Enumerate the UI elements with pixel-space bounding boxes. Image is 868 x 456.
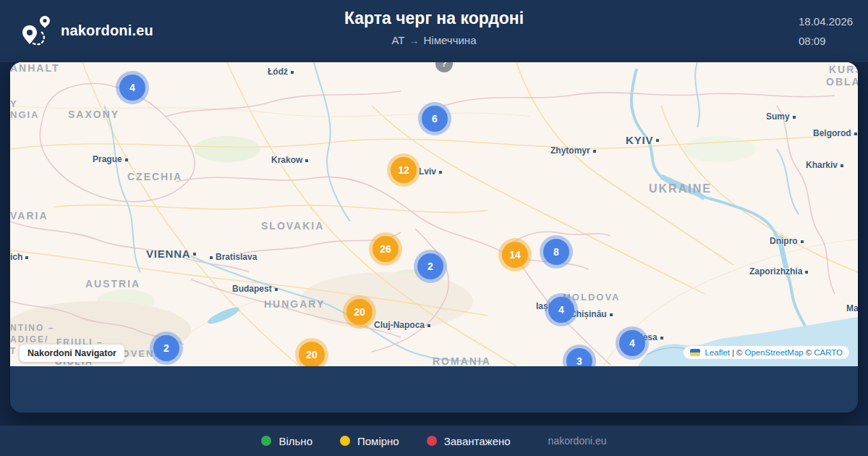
city-dot-icon	[25, 256, 28, 259]
city-label: VIENNA	[146, 248, 199, 260]
city-dot-icon	[439, 171, 442, 174]
queue-marker[interactable]: 4	[619, 330, 645, 356]
card-body	[10, 366, 858, 413]
legend-busy-label: Завантажено	[444, 435, 511, 447]
city-label: KYIV	[626, 134, 662, 146]
osm-link[interactable]: OpenStreetMap	[744, 348, 803, 357]
city-label: Chișinău	[570, 309, 616, 319]
queue-marker-count: 14	[509, 249, 521, 261]
queue-marker-count: 3	[576, 355, 582, 366]
queue-marker[interactable]: 8	[543, 239, 569, 265]
legend-moderate-dot-icon	[340, 436, 350, 446]
queue-marker[interactable]: 20	[299, 342, 325, 366]
city-dot-icon	[275, 288, 278, 291]
queue-marker[interactable]: ?	[435, 62, 453, 72]
time-label: 08:09	[799, 35, 853, 46]
copyright-symbol-2: ©	[806, 348, 812, 357]
header: nakordoni.eu Карта черг на кордоні АТ→Ні…	[0, 0, 868, 62]
queue-marker-count: 4	[129, 82, 135, 93]
route-to: Німеччина	[424, 34, 477, 46]
city-label-text: Ma	[846, 303, 858, 313]
city-label-text: Kharkiv	[806, 160, 838, 170]
city-label-text: Bratislava	[216, 252, 257, 262]
route-arrow-icon: →	[405, 35, 424, 46]
queue-marker[interactable]: 3	[566, 348, 592, 366]
region-label: VARIA	[10, 210, 48, 221]
city-label: Łódź	[268, 67, 297, 77]
page-title: Карта черг на кордоні	[0, 9, 868, 28]
city-label-text: Krakow	[271, 155, 302, 165]
route-from: АТ	[392, 34, 405, 46]
map-attribution: Leaflet | © OpenStreetMap © CARTO	[684, 346, 849, 359]
queue-marker-count: 4	[629, 337, 635, 349]
city-dot-icon	[660, 337, 663, 339]
city-dot-icon	[793, 116, 796, 119]
city-label-text: VIENNA	[146, 248, 190, 260]
city-dot-icon	[125, 159, 128, 161]
city-dot-icon	[593, 150, 596, 153]
city-label: Krakow	[271, 155, 311, 165]
region-label: SLOVAKIA	[261, 220, 324, 232]
city-dot-icon	[854, 132, 857, 135]
city-dot-icon	[193, 253, 196, 256]
region-label: HUNGARY	[264, 298, 325, 310]
city-label: Kharkiv	[806, 160, 846, 170]
city-label-text: KYIV	[626, 134, 653, 146]
city-label: Belgorod	[813, 128, 858, 138]
legend-busy: Завантажено	[427, 435, 511, 447]
city-label: Sumy	[766, 111, 799, 122]
city-dot-icon	[427, 324, 430, 327]
queue-marker[interactable]: 26	[373, 236, 399, 262]
queue-marker[interactable]: 12	[391, 157, 417, 183]
queue-marker-count: 12	[398, 164, 409, 176]
city-label-text: Zaporizhzhia	[749, 266, 802, 276]
city-label-text: Sumy	[766, 111, 790, 122]
region-label: ADIGE/	[10, 334, 48, 345]
city-label: ich	[10, 252, 31, 262]
queue-marker[interactable]: 14	[502, 242, 528, 268]
region-label: UKRAINE	[649, 182, 712, 195]
city-dot-icon	[805, 271, 808, 274]
city-label: Lviv	[419, 166, 445, 177]
region-label: CZECHIA	[127, 171, 182, 182]
region-label: ROMANIA	[433, 355, 491, 366]
queue-marker[interactable]: 6	[422, 106, 448, 132]
legend-moderate: Помірно	[340, 435, 399, 447]
legend-moderate-label: Помірно	[357, 435, 399, 447]
footer: ВільноПомірноЗавантажено nakordoni.eu	[0, 426, 868, 456]
queue-marker-count: ?	[441, 62, 446, 69]
carto-link[interactable]: CARTO	[814, 348, 843, 357]
queue-marker[interactable]: 4	[119, 75, 145, 101]
queue-marker-count: 2	[163, 342, 169, 354]
datetime: 18.04.2026 08:09	[799, 16, 853, 46]
city-dot-icon	[841, 164, 843, 167]
footer-brand: nakordoni.eu	[548, 435, 607, 447]
queue-marker[interactable]: 2	[417, 253, 443, 279]
navigator-pill[interactable]: Nakordoni Navigator	[20, 345, 124, 362]
city-label: Cluj-Napoca	[374, 320, 433, 330]
date-label: 18.04.2026	[799, 16, 853, 27]
queue-marker[interactable]: 20	[346, 299, 373, 325]
city-label-text: ich	[10, 252, 22, 262]
leaflet-link[interactable]: Leaflet	[705, 348, 730, 357]
city-label-text: Budapest	[232, 284, 272, 294]
city-label-text: Belgorod	[813, 128, 851, 138]
region-label: T	[10, 346, 17, 356]
region-label: NGIA	[10, 109, 40, 120]
city-dot-icon	[210, 256, 213, 259]
city-label: Budapest	[232, 284, 281, 294]
city-label-text: Zhytomyr	[550, 145, 590, 156]
queue-marker[interactable]: 4	[548, 297, 574, 323]
city-label-text: Cluj-Napoca	[374, 320, 425, 330]
city-label: Zaporizhzhia	[749, 266, 811, 276]
city-dot-icon	[610, 313, 613, 316]
city-dot-icon	[801, 240, 804, 243]
city-label: Ma	[846, 303, 858, 313]
queue-marker-count: 2	[427, 261, 433, 272]
city-label: Prague	[93, 154, 131, 164]
queue-marker-count: 6	[432, 113, 438, 124]
queue-marker-count: 20	[306, 349, 318, 360]
map[interactable]: ANHALTYNGIASAXONYCZECHIAKURSKOBLASTUKRAI…	[10, 62, 858, 366]
queue-marker[interactable]: 2	[153, 335, 179, 361]
city-dot-icon	[656, 139, 659, 142]
